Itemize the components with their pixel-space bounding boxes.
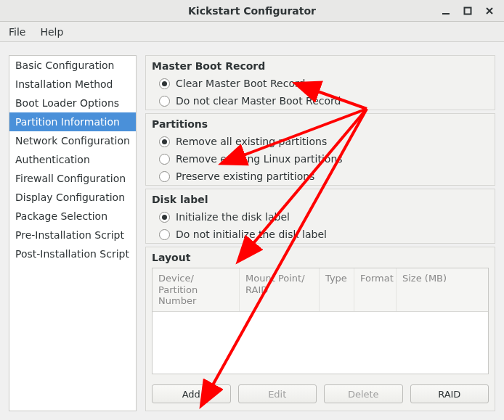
sidebar-item-package-selection[interactable]: Package Selection xyxy=(9,207,136,226)
table-header: Device/ Partition Number Mount Point/ RA… xyxy=(153,268,488,312)
sidebar: Basic ConfigurationInstallation MethodBo… xyxy=(9,55,137,411)
sidebar-item-network-configuration[interactable]: Network Configuration xyxy=(9,131,136,150)
radio-parts-removelinux[interactable]: Remove existing Linux partitions xyxy=(146,150,495,168)
radio-icon xyxy=(159,212,170,223)
radio-icon xyxy=(159,136,170,147)
menubar: File Help xyxy=(0,22,504,42)
radio-label: Clear Master Boot Record xyxy=(176,78,305,89)
delete-button[interactable]: Delete xyxy=(324,384,403,403)
layout-buttons: Add Edit Delete RAID xyxy=(146,380,495,411)
group-title-disklabel: Disk label xyxy=(146,189,495,208)
group-title-layout: Layout xyxy=(146,247,495,268)
sidebar-item-basic-configuration[interactable]: Basic Configuration xyxy=(9,56,136,75)
group-partitions: Partitions Remove all existing partition… xyxy=(145,113,495,186)
sidebar-item-boot-loader-options[interactable]: Boot Loader Options xyxy=(9,94,136,112)
raid-button[interactable]: RAID xyxy=(410,384,489,403)
group-mbr: Master Boot Record Clear Master Boot Rec… xyxy=(145,55,495,110)
sidebar-item-post-installation-script[interactable]: Post-Installation Script xyxy=(9,244,136,263)
radio-label: Preserve existing partitions xyxy=(176,170,314,182)
radio-label: Do not clear Master Boot Record xyxy=(176,95,341,107)
add-button[interactable]: Add xyxy=(152,384,231,403)
radio-icon xyxy=(159,229,170,240)
content-area: Basic ConfigurationInstallation MethodBo… xyxy=(0,42,504,420)
radio-parts-preserve[interactable]: Preserve existing partitions xyxy=(146,168,495,185)
group-disklabel: Disk label Initialize the disk label Do … xyxy=(145,189,495,244)
group-title-partitions: Partitions xyxy=(146,114,495,133)
menu-file[interactable]: File xyxy=(3,24,31,40)
group-layout: Layout Device/ Partition Number Mount Po… xyxy=(145,247,495,411)
table-body xyxy=(153,312,488,374)
radio-label: Do not initialize the disk label xyxy=(176,228,327,240)
radio-icon xyxy=(159,154,170,165)
sidebar-item-authentication[interactable]: Authentication xyxy=(9,150,136,169)
radio-label: Remove existing Linux partitions xyxy=(176,153,343,165)
sidebar-item-firewall-configuration[interactable]: Firewall Configuration xyxy=(9,169,136,188)
radio-mbr-clear[interactable]: Clear Master Boot Record xyxy=(146,75,495,92)
sidebar-item-partition-information[interactable]: Partition Information xyxy=(9,112,136,131)
radio-disk-init[interactable]: Initialize the disk label xyxy=(146,208,495,226)
titlebar: Kickstart Configurator xyxy=(0,0,504,22)
sidebar-item-pre-installation-script[interactable]: Pre-Installation Script xyxy=(9,226,136,244)
sidebar-item-display-configuration[interactable]: Display Configuration xyxy=(9,188,136,207)
radio-parts-removeall[interactable]: Remove all existing partitions xyxy=(146,133,495,150)
main-panel: Master Boot Record Clear Master Boot Rec… xyxy=(145,55,495,411)
radio-icon xyxy=(159,96,170,107)
group-title-mbr: Master Boot Record xyxy=(146,56,495,75)
edit-button[interactable]: Edit xyxy=(238,384,317,403)
col-device[interactable]: Device/ Partition Number xyxy=(153,268,240,311)
col-size[interactable]: Size (MB) xyxy=(397,268,488,311)
menu-help[interactable]: Help xyxy=(34,24,69,40)
radio-label: Remove all existing partitions xyxy=(176,136,327,147)
radio-mbr-noclear[interactable]: Do not clear Master Boot Record xyxy=(146,92,495,110)
layout-table: Device/ Partition Number Mount Point/ RA… xyxy=(152,268,489,374)
window-title: Kickstart Configurator xyxy=(0,5,504,17)
radio-disk-noinit[interactable]: Do not initialize the disk label xyxy=(146,226,495,243)
radio-icon xyxy=(159,78,170,89)
col-format[interactable]: Format xyxy=(354,268,397,311)
col-type[interactable]: Type xyxy=(320,268,354,311)
radio-label: Initialize the disk label xyxy=(176,211,290,223)
col-mount[interactable]: Mount Point/ RAID xyxy=(240,268,320,311)
radio-icon xyxy=(159,171,170,182)
sidebar-item-installation-method[interactable]: Installation Method xyxy=(9,75,136,94)
